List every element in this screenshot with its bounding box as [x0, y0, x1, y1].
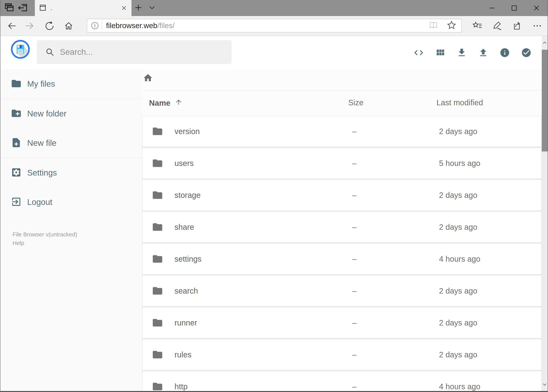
- scrollbar-up-icon[interactable]: [542, 37, 548, 49]
- download-button[interactable]: [456, 47, 467, 58]
- file-size: –: [352, 223, 356, 231]
- file-size: –: [352, 318, 356, 327]
- file-name: version: [174, 127, 200, 136]
- table-row[interactable]: version – 2 days ago: [142, 116, 541, 147]
- file-modified: 5 hours ago: [439, 159, 480, 168]
- sidebar-item-label: Settings: [27, 168, 57, 177]
- sidebar-item-new-file[interactable]: New file: [0, 128, 142, 158]
- plus-icon: [134, 3, 143, 13]
- folder-icon: [152, 285, 163, 296]
- address-bar[interactable]: filebrowser.web/files/: [87, 19, 462, 33]
- file-size: –: [352, 159, 356, 168]
- header-actions: [413, 36, 532, 69]
- reading-view-icon: [429, 21, 438, 30]
- sidebar-item-logout[interactable]: Logout: [0, 188, 142, 217]
- home-button[interactable]: [59, 16, 78, 36]
- file-name: share: [174, 223, 194, 231]
- file-modified: 2 days ago: [439, 318, 477, 327]
- refresh-button[interactable]: [40, 16, 59, 36]
- table-row[interactable]: storage – 2 days ago: [142, 180, 541, 210]
- web-note-pen-button[interactable]: [487, 16, 507, 36]
- file-modified: 2 days ago: [439, 223, 477, 231]
- table-row[interactable]: share – 2 days ago: [142, 212, 541, 242]
- table-row[interactable]: settings – 4 hours ago: [142, 244, 541, 274]
- add-favorite-star-icon[interactable]: [447, 21, 456, 31]
- filebrowser-logo-icon: [11, 40, 30, 59]
- sidebar-footer: File Browser v(untracked) Help: [13, 230, 77, 247]
- sidebar: My files New folder New file Sett: [0, 69, 142, 392]
- browser-tab[interactable]: .: [35, 0, 132, 16]
- close-button[interactable]: [525, 0, 548, 16]
- new-tab-button[interactable]: [132, 0, 145, 16]
- file-name: storage: [174, 191, 201, 200]
- window-controls: [481, 0, 548, 16]
- file-modified: 4 hours ago: [439, 382, 480, 391]
- grid-view-button[interactable]: [435, 47, 446, 58]
- file-modified: 2 days ago: [439, 287, 477, 295]
- folder-icon: [152, 126, 163, 137]
- search-input[interactable]: Search...: [37, 40, 232, 64]
- back-button[interactable]: [1, 16, 21, 36]
- sidebar-item-label: New folder: [27, 109, 67, 119]
- filebrowser-app: Search...: [0, 36, 548, 392]
- page-scrollbar[interactable]: [542, 36, 548, 392]
- share-button[interactable]: [507, 16, 527, 36]
- scrollbar-thumb[interactable]: [542, 50, 548, 152]
- tab-preview-button[interactable]: [2, 0, 16, 16]
- settings-menu-ellipsis-button[interactable]: [527, 16, 547, 36]
- file-name: users: [174, 159, 194, 168]
- select-multiple-button[interactable]: [521, 47, 532, 58]
- sidebar-item-settings[interactable]: Settings: [0, 158, 142, 188]
- column-header-modified[interactable]: Last modified: [437, 98, 483, 107]
- sidebar-item-my-files[interactable]: My files: [0, 69, 142, 99]
- set-tabs-aside-button[interactable]: [16, 0, 29, 16]
- help-link[interactable]: Help: [13, 239, 77, 247]
- file-modified: 2 days ago: [439, 350, 477, 359]
- file-size: –: [352, 255, 356, 263]
- file-size: –: [352, 127, 356, 136]
- maximize-button[interactable]: [503, 0, 525, 16]
- set-tabs-aside-icon: [17, 2, 28, 14]
- tab-list-button[interactable]: [145, 0, 159, 16]
- table-row[interactable]: runner – 2 days ago: [142, 308, 541, 338]
- new-file-icon: [11, 137, 22, 149]
- favorites-hub-button[interactable]: [467, 16, 487, 36]
- code-view-button[interactable]: [413, 47, 424, 58]
- file-size: –: [352, 287, 356, 295]
- upload-button[interactable]: [478, 47, 489, 58]
- search-placeholder: Search...: [60, 47, 93, 57]
- folder-icon: [152, 317, 163, 328]
- table-row[interactable]: users – 5 hours ago: [142, 148, 541, 178]
- minimize-button[interactable]: [481, 0, 503, 16]
- file-name: http: [174, 382, 188, 391]
- sidebar-item-label: New file: [27, 138, 56, 148]
- sidebar-item-new-folder[interactable]: New folder: [0, 99, 142, 128]
- site-info-icon[interactable]: [91, 21, 99, 30]
- file-name: settings: [174, 255, 201, 263]
- file-modified: 2 days ago: [439, 191, 477, 200]
- file-modified: 4 hours ago: [439, 255, 480, 263]
- file-list: version – 2 days ago users – 5 hours ago…: [142, 116, 542, 392]
- table-row[interactable]: search – 2 days ago: [142, 276, 541, 306]
- tab-page-icon: [39, 4, 47, 13]
- url-host: filebrowser.web: [106, 21, 157, 30]
- breadcrumb-home-icon[interactable]: [143, 73, 153, 84]
- table-row[interactable]: http – 4 hours ago: [142, 371, 541, 392]
- tab-close-icon[interactable]: [120, 5, 128, 12]
- file-size: –: [352, 191, 356, 200]
- file-modified: 2 days ago: [439, 127, 477, 136]
- folder-icon: [152, 253, 163, 265]
- table-row[interactable]: rules – 2 days ago: [142, 339, 541, 370]
- info-button[interactable]: [499, 47, 510, 58]
- tab-preview-icon: [3, 2, 14, 14]
- settings-gear-icon: [11, 167, 22, 179]
- column-header-name[interactable]: Name: [149, 98, 182, 108]
- url-path: /files/: [157, 21, 175, 30]
- app-version-text: File Browser v(untracked): [13, 230, 77, 239]
- column-header-size[interactable]: Size: [348, 98, 363, 107]
- folder-icon: [152, 381, 163, 392]
- scrollbar-down-icon[interactable]: [542, 379, 548, 391]
- titlebar: .: [0, 0, 548, 16]
- content-area: Name Size Last modified version – 2 days…: [142, 69, 542, 392]
- file-name: rules: [174, 350, 192, 359]
